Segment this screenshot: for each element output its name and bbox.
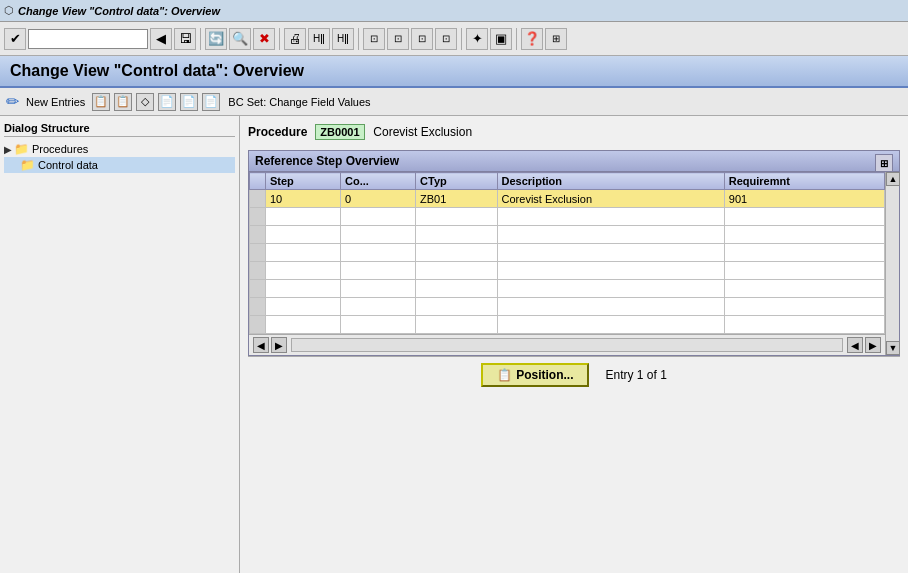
cell-selector-0: [250, 190, 266, 208]
entry-info: Entry 1 of 1: [605, 368, 666, 382]
star-button[interactable]: ✦: [466, 28, 488, 50]
cell-selector-2: [250, 226, 266, 244]
cell-ctyp-5: [416, 280, 498, 298]
cell-co-1: [341, 208, 416, 226]
h-scroll-left[interactable]: ◀: [253, 337, 269, 353]
h-scroll-right-arrows: ◀ ▶: [847, 337, 881, 353]
v-scroll-down[interactable]: ▼: [886, 341, 900, 355]
cell-ctyp-7: [416, 316, 498, 334]
cell-step-4: [266, 262, 341, 280]
copy-icon[interactable]: 📋: [92, 93, 110, 111]
page-icon[interactable]: 📄: [158, 93, 176, 111]
procedure-label: Procedure: [248, 125, 307, 139]
tree-label-control-data: Control data: [38, 159, 98, 171]
cell-description-7: [497, 316, 724, 334]
table-main: Step Co... CTyp Description Requiremnt 1…: [249, 172, 885, 355]
cell-description-6: [497, 298, 724, 316]
search-button[interactable]: 🔍: [229, 28, 251, 50]
procedure-value: ZB0001: [315, 124, 365, 140]
h-scroll-right[interactable]: ▶: [271, 337, 287, 353]
h-scroll-end-right[interactable]: ▶: [865, 337, 881, 353]
table-row[interactable]: [250, 316, 885, 334]
title-bar-text: Change View "Control data": Overview: [18, 5, 220, 17]
command-input[interactable]: [28, 29, 148, 49]
cell-description-5: [497, 280, 724, 298]
main-area: Change View "Control data": Overview ✏ N…: [0, 56, 908, 573]
table-row[interactable]: [250, 298, 885, 316]
flag-button[interactable]: ▣: [490, 28, 512, 50]
bc-set-label: BC Set: Change Field Values: [228, 96, 370, 108]
title-bar-icon: ⬡: [4, 4, 14, 17]
clipboard4-button[interactable]: ⊡: [435, 28, 457, 50]
tree-item-procedures[interactable]: ▶ 📁 Procedures: [4, 141, 235, 157]
cell-selector-4: [250, 262, 266, 280]
save-button[interactable]: 🖫: [174, 28, 196, 50]
cell-requirement-3: [724, 244, 884, 262]
sep4: [461, 28, 462, 50]
page-header: Change View "Control data": Overview: [0, 56, 908, 88]
table-row[interactable]: [250, 244, 885, 262]
horizontal-scrollbar[interactable]: [291, 338, 843, 352]
diamond-icon[interactable]: ◇: [136, 93, 154, 111]
print-button[interactable]: 🖨: [284, 28, 306, 50]
cell-ctyp-0: ZB01: [416, 190, 498, 208]
procedure-description: Corevist Exclusion: [373, 125, 472, 139]
check-button[interactable]: ✔: [4, 28, 26, 50]
position-button[interactable]: 📋 Position...: [481, 363, 589, 387]
clipboard3-button[interactable]: ⊡: [411, 28, 433, 50]
cell-description-3: [497, 244, 724, 262]
tree-arrow-procedures: ▶: [4, 144, 12, 155]
cell-co-2: [341, 226, 416, 244]
cell-step-6: [266, 298, 341, 316]
page3-icon[interactable]: 📄: [202, 93, 220, 111]
cell-description-2: [497, 226, 724, 244]
stop-button[interactable]: ✖: [253, 28, 275, 50]
cell-description-1: [497, 208, 724, 226]
cell-step-2: [266, 226, 341, 244]
new-entries-button[interactable]: New Entries: [23, 95, 88, 109]
cell-requirement-6: [724, 298, 884, 316]
bottom-bar: 📋 Position... Entry 1 of 1: [248, 356, 900, 393]
help-button[interactable]: ❓: [521, 28, 543, 50]
right-panel: Procedure ZB0001 Corevist Exclusion Refe…: [240, 116, 908, 573]
ref-step-overview: Reference Step Overview ⊞ Step Co... CTy…: [248, 150, 900, 356]
cell-step-1: [266, 208, 341, 226]
table-row[interactable]: 100ZB01Corevist Exclusion901: [250, 190, 885, 208]
back-button[interactable]: ◀: [150, 28, 172, 50]
table-row[interactable]: [250, 262, 885, 280]
folder-icon-control-data: 📁: [20, 158, 35, 172]
title-bar: ⬡ Change View "Control data": Overview: [0, 0, 908, 22]
cell-selector-7: [250, 316, 266, 334]
page-title: Change View "Control data": Overview: [10, 62, 898, 80]
refresh-button[interactable]: 🔄: [205, 28, 227, 50]
clipboard1-button[interactable]: ⊡: [363, 28, 385, 50]
info-button[interactable]: ⊞: [545, 28, 567, 50]
cell-co-6: [341, 298, 416, 316]
cell-requirement-0: 901: [724, 190, 884, 208]
cell-description-4: [497, 262, 724, 280]
table-settings-icon[interactable]: ⊞: [875, 154, 893, 172]
h-scroll-end-left[interactable]: ◀: [847, 337, 863, 353]
export2-button[interactable]: Hǁ: [332, 28, 354, 50]
data-table: Step Co... CTyp Description Requiremnt 1…: [249, 172, 885, 334]
body-content: Dialog Structure ▶ 📁 Procedures 📁 Contro…: [0, 116, 908, 573]
table-row[interactable]: [250, 226, 885, 244]
procedure-header: Procedure ZB0001 Corevist Exclusion: [248, 124, 900, 140]
position-btn-label: Position...: [516, 368, 573, 382]
tree-label-procedures: Procedures: [32, 143, 88, 155]
clipboard2-button[interactable]: ⊡: [387, 28, 409, 50]
table-row[interactable]: [250, 208, 885, 226]
vertical-scrollbar: ▲ ▼: [885, 172, 899, 355]
v-scroll-up[interactable]: ▲: [886, 172, 900, 186]
cell-co-7: [341, 316, 416, 334]
copy2-icon[interactable]: 📋: [114, 93, 132, 111]
page2-icon[interactable]: 📄: [180, 93, 198, 111]
cell-co-4: [341, 262, 416, 280]
table-row[interactable]: [250, 280, 885, 298]
sep3: [358, 28, 359, 50]
cell-co-5: [341, 280, 416, 298]
col-header-ctyp: CTyp: [416, 173, 498, 190]
export1-button[interactable]: Hǁ: [308, 28, 330, 50]
tree-item-control-data[interactable]: 📁 Control data: [4, 157, 235, 173]
sep2: [279, 28, 280, 50]
